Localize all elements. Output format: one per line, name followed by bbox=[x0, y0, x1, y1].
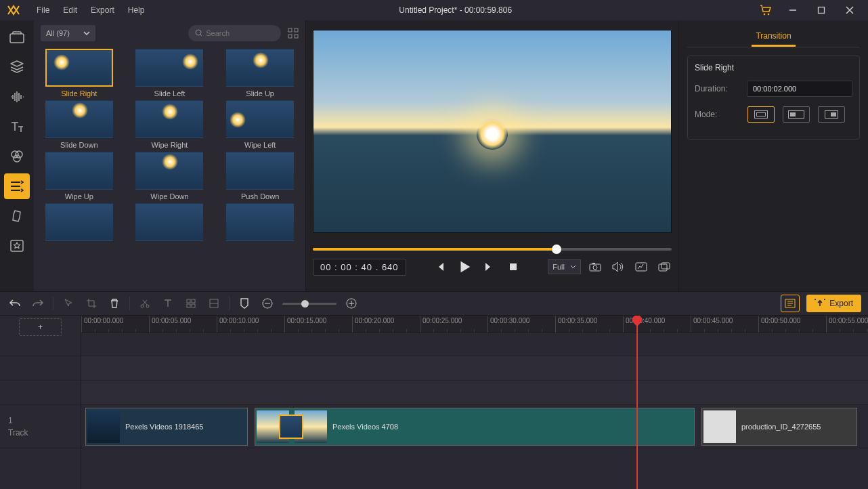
transition-marker[interactable] bbox=[279, 414, 303, 439]
rail-audio-icon[interactable] bbox=[4, 84, 30, 110]
svg-rect-15 bbox=[510, 263, 517, 270]
zoom-out-button[interactable] bbox=[259, 295, 276, 312]
tool-text-icon[interactable] bbox=[160, 295, 176, 312]
tool-mosaic-icon[interactable] bbox=[183, 295, 199, 312]
timeline-ruler[interactable]: 00:00:00.00000:00:05.00000:00:10.00000:0… bbox=[81, 316, 868, 333]
transition-label: Slide Down bbox=[60, 141, 98, 149]
delete-button[interactable] bbox=[106, 295, 123, 312]
transition-item[interactable]: Wipe Left bbox=[221, 100, 299, 149]
svg-point-6 bbox=[16, 151, 22, 158]
track-row[interactable] bbox=[81, 381, 868, 405]
svg-point-1 bbox=[768, 14, 770, 16]
transition-item[interactable] bbox=[41, 203, 118, 241]
tool-crop-icon[interactable] bbox=[83, 295, 100, 312]
preview-panel: 00 : 00 : 40 . 640 Full bbox=[306, 20, 678, 291]
compare-icon[interactable] bbox=[634, 259, 649, 274]
clip-label: Pexels Videos 4708 bbox=[332, 423, 398, 431]
svg-rect-3 bbox=[819, 7, 825, 14]
play-button[interactable] bbox=[457, 259, 472, 274]
video-preview[interactable] bbox=[313, 30, 672, 233]
export-button[interactable]: Export bbox=[806, 295, 861, 312]
svg-point-22 bbox=[141, 305, 144, 307]
clip[interactable]: Pexels Videos 4708 bbox=[255, 408, 695, 446]
mode-prefix-button[interactable] bbox=[783, 106, 810, 123]
mode-suffix-button[interactable] bbox=[818, 106, 845, 123]
svg-rect-11 bbox=[288, 28, 292, 32]
transition-item[interactable] bbox=[131, 203, 209, 241]
left-rail bbox=[0, 20, 34, 291]
prev-frame-button[interactable] bbox=[433, 259, 448, 274]
clip[interactable]: Pexels Videos 1918465 bbox=[85, 408, 248, 446]
transition-item[interactable]: Slide Down bbox=[41, 100, 118, 149]
rail-transitions-icon[interactable] bbox=[4, 173, 30, 199]
undo-button[interactable] bbox=[7, 295, 23, 312]
svg-rect-27 bbox=[192, 304, 195, 307]
transition-item[interactable]: Slide Left bbox=[131, 49, 209, 98]
tab-transition[interactable]: Transition bbox=[752, 31, 795, 47]
cart-icon[interactable] bbox=[760, 5, 772, 16]
zoom-in-button[interactable] bbox=[343, 295, 360, 312]
redo-button[interactable] bbox=[30, 295, 46, 312]
search-icon bbox=[195, 29, 202, 37]
transition-item[interactable]: Slide Right bbox=[41, 49, 118, 98]
menu-file[interactable]: File bbox=[30, 0, 56, 20]
tool-select-icon[interactable] bbox=[60, 295, 77, 312]
transition-item[interactable] bbox=[221, 203, 299, 241]
transition-item[interactable]: Wipe Up bbox=[41, 152, 118, 200]
transition-label: Slide Left bbox=[154, 89, 186, 98]
properties-panel: Transition Slide Right Duration: Mode: bbox=[678, 20, 868, 291]
search-input[interactable] bbox=[206, 29, 274, 37]
rail-text-icon[interactable] bbox=[4, 114, 30, 140]
clip[interactable]: production_ID_4272655 bbox=[701, 408, 857, 446]
rail-filters-icon[interactable] bbox=[4, 144, 30, 169]
window-title: Untitled Project* - 00:00:59.806 bbox=[151, 5, 760, 15]
gallery-search[interactable] bbox=[188, 25, 281, 41]
duration-input[interactable] bbox=[747, 81, 852, 97]
rail-elements-icon[interactable] bbox=[4, 203, 30, 229]
transition-item[interactable]: Push Down bbox=[221, 152, 299, 200]
marker-button[interactable] bbox=[236, 295, 253, 312]
resolution-select[interactable]: Full bbox=[548, 259, 581, 274]
detach-icon[interactable] bbox=[657, 259, 672, 274]
rail-media-icon[interactable] bbox=[4, 24, 30, 50]
svg-rect-26 bbox=[187, 304, 190, 307]
track-row-main[interactable]: Pexels Videos 1918465 Pexels Videos 4708… bbox=[81, 405, 868, 448]
snapshot-icon[interactable] bbox=[588, 259, 603, 274]
track-label: Track bbox=[8, 428, 28, 438]
transition-item[interactable]: Wipe Right bbox=[131, 100, 209, 149]
track-number: 1 bbox=[8, 416, 13, 425]
transition-item[interactable]: Wipe Down bbox=[131, 152, 209, 200]
svg-point-17 bbox=[593, 265, 597, 270]
menu-edit[interactable]: Edit bbox=[56, 0, 84, 20]
svg-rect-19 bbox=[636, 263, 647, 271]
maximize-button[interactable] bbox=[807, 0, 836, 20]
minimize-button[interactable] bbox=[779, 0, 807, 20]
clip-label: production_ID_4272655 bbox=[741, 423, 821, 431]
playhead[interactable] bbox=[636, 316, 638, 489]
rail-favorites-icon[interactable] bbox=[4, 233, 30, 259]
zoom-slider[interactable] bbox=[282, 303, 337, 305]
timeline-toolbar: Export bbox=[0, 291, 868, 316]
transition-item[interactable]: Slide Up bbox=[221, 49, 299, 98]
preview-content bbox=[477, 119, 508, 150]
svg-rect-20 bbox=[659, 264, 667, 271]
rail-layers-icon[interactable] bbox=[4, 54, 30, 80]
close-button[interactable] bbox=[836, 0, 864, 20]
menu-export[interactable]: Export bbox=[84, 0, 121, 20]
timeline-track-headers: + 1 Track bbox=[0, 316, 81, 489]
next-frame-button[interactable] bbox=[481, 259, 496, 274]
gallery-filter-dropdown[interactable]: All (97) bbox=[41, 25, 95, 41]
track-row[interactable] bbox=[81, 356, 868, 381]
player-seekbar[interactable] bbox=[313, 248, 672, 251]
grid-view-icon[interactable] bbox=[288, 28, 299, 39]
tool-freeze-icon[interactable] bbox=[206, 295, 222, 312]
track-row[interactable] bbox=[81, 333, 868, 356]
stop-button[interactable] bbox=[506, 259, 521, 274]
mode-overlap-button[interactable] bbox=[747, 106, 775, 123]
volume-icon[interactable] bbox=[611, 259, 626, 274]
split-button[interactable] bbox=[137, 295, 153, 312]
menu-help[interactable]: Help bbox=[121, 0, 152, 20]
render-button[interactable] bbox=[781, 295, 800, 312]
transition-label: Wipe Right bbox=[152, 141, 188, 149]
svg-rect-21 bbox=[661, 263, 670, 269]
